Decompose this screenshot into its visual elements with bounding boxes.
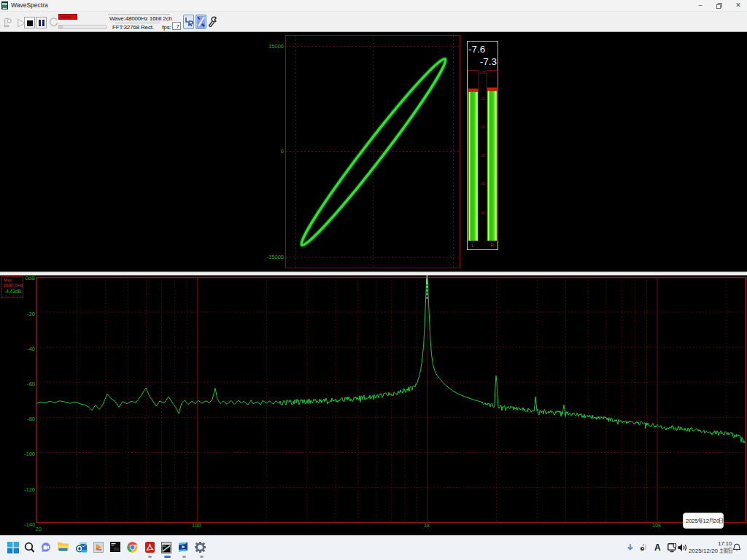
svg-text:20: 20 (36, 526, 42, 532)
svg-text:0dB: 0dB (26, 275, 35, 281)
svg-text:R: R (490, 243, 494, 248)
svg-text:1000.0Hz: 1000.0Hz (3, 283, 23, 288)
svg-text:-7.6: -7.6 (468, 44, 485, 55)
svg-text:-20: -20 (27, 311, 35, 317)
svg-text:-20: -20 (480, 125, 485, 129)
svg-text:A: A (654, 542, 661, 552)
svg-text:0dB: 0dB (479, 70, 487, 74)
svg-text:100: 100 (192, 522, 201, 529)
svg-text:-40: -40 (480, 182, 485, 186)
svg-text:Max: Max (4, 278, 12, 282)
svg-text:-120: -120 (24, 486, 35, 493)
svg-text:-140: -140 (24, 521, 35, 528)
svg-text:-4.43dB: -4.43dB (4, 289, 21, 294)
svg-text:-50: -50 (480, 211, 485, 215)
svg-text:10k: 10k (652, 522, 661, 529)
svg-text:-7.3: -7.3 (480, 56, 497, 67)
svg-text:-10: -10 (480, 96, 485, 101)
svg-text:-60: -60 (27, 381, 35, 387)
svg-text:-15000: -15000 (267, 254, 284, 260)
svg-text:-100: -100 (24, 451, 35, 457)
svg-text:-30: -30 (480, 153, 485, 158)
svg-text:L: L (471, 243, 474, 248)
svg-text:1k: 1k (424, 522, 430, 529)
svg-text:15000: 15000 (268, 43, 284, 50)
svg-text:-40: -40 (27, 346, 35, 352)
svg-text:-80: -80 (27, 416, 35, 422)
svg-text:0: 0 (281, 148, 284, 155)
